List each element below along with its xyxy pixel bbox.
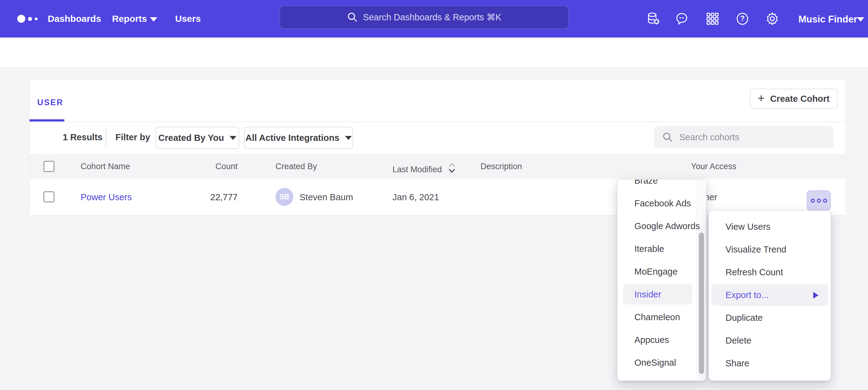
- select-all-checkbox[interactable]: [43, 161, 55, 172]
- menu-item-export-to[interactable]: Export to...: [709, 284, 831, 306]
- help-icon[interactable]: ?: [735, 11, 750, 26]
- logo-dot: [28, 17, 32, 21]
- cohort-search: [654, 126, 833, 148]
- nav-dashboards[interactable]: Dashboards: [48, 14, 101, 23]
- export-destination-list: Braze Facebook Ads Google Adwords Iterab…: [617, 179, 696, 374]
- menu-item-chameleon[interactable]: Chameleon: [617, 306, 696, 328]
- export-destination-menu: Braze Facebook Ads Google Adwords Iterab…: [617, 179, 706, 381]
- column-count: Count: [185, 162, 238, 171]
- global-search-placeholder: Search Dashboards & Reports ⌘K: [363, 12, 501, 23]
- secondary-tab-bar: Lexicon Data Audit Live View Cohorts Int…: [0, 37, 868, 68]
- data-management-icon[interactable]: [646, 11, 661, 26]
- menu-item-share[interactable]: Share: [709, 352, 831, 375]
- table-row: Power Users 22,777 SB Steven Baum Jan 6,…: [30, 179, 845, 215]
- feedback-icon[interactable]: [674, 11, 689, 26]
- apps-grid-icon[interactable]: [705, 11, 720, 26]
- menu-item-braze[interactable]: Braze: [617, 179, 696, 192]
- search-icon: [662, 132, 673, 143]
- column-description: Description: [480, 162, 522, 171]
- logo-dot: [17, 15, 25, 23]
- filter-by-label: Filter by: [116, 132, 150, 142]
- avatar: SB: [276, 188, 293, 206]
- chevron-down-icon: [150, 17, 157, 22]
- cohort-actions-menu: View Users Visualize Trend Refresh Count…: [709, 210, 831, 381]
- column-created-by: Created By: [276, 162, 317, 171]
- table-header: Cohort Name Count Created By Last Modifi…: [30, 154, 845, 179]
- plus-icon: +: [758, 92, 765, 104]
- tab-user-cohorts[interactable]: USER: [37, 98, 63, 107]
- cohort-count: 22,777: [185, 193, 238, 202]
- top-navigation-bar: Dashboards Reports Users Search Dashboar…: [0, 0, 868, 37]
- menu-item-refresh-count[interactable]: Refresh Count: [709, 261, 831, 284]
- menu-item-google-adwords[interactable]: Google Adwords: [617, 215, 696, 237]
- search-icon: [347, 12, 358, 23]
- menu-item-facebook-ads[interactable]: Facebook Ads: [617, 192, 696, 215]
- menu-item-insider[interactable]: Insider: [617, 283, 696, 306]
- menu-item-appcues[interactable]: Appcues: [617, 328, 696, 351]
- menu-item-view-users[interactable]: View Users: [709, 215, 831, 238]
- created-by-filter-dropdown[interactable]: Created By You: [155, 127, 239, 149]
- dot-icon: [817, 199, 821, 203]
- chevron-down-icon: [229, 136, 237, 140]
- sort-icon: [448, 162, 456, 174]
- created-by-name: Steven Baum: [300, 193, 353, 202]
- dot-icon: [823, 199, 827, 203]
- nav-users[interactable]: Users: [175, 14, 201, 23]
- chevron-down-icon: [857, 17, 864, 22]
- menu-item-visualize-trend[interactable]: Visualize Trend: [709, 238, 831, 261]
- nav-reports[interactable]: Reports: [112, 14, 147, 23]
- column-cohort-name: Cohort Name: [81, 162, 130, 171]
- divider: [30, 122, 846, 122]
- create-cohort-button[interactable]: + Create Cohort: [750, 89, 838, 109]
- project-switcher[interactable]: Music Finder: [799, 14, 857, 25]
- results-count: 1 Results: [63, 132, 102, 142]
- last-modified-date: Jan 6, 2021: [393, 193, 439, 202]
- logo-dot: [35, 18, 37, 20]
- dot-icon: [811, 199, 815, 203]
- menu-item-onesignal[interactable]: OneSignal: [617, 351, 696, 374]
- menu-item-duplicate[interactable]: Duplicate: [709, 306, 831, 329]
- scrollbar-thumb[interactable]: [699, 232, 704, 374]
- cohort-name-link[interactable]: Power Users: [81, 193, 132, 202]
- divider: [105, 129, 106, 146]
- integrations-filter-dropdown[interactable]: All Active Integrations: [244, 127, 353, 149]
- row-checkbox[interactable]: [43, 191, 55, 202]
- menu-item-iterable[interactable]: Iterable: [617, 237, 696, 260]
- svg-text:?: ?: [740, 14, 745, 23]
- column-last-modified[interactable]: Last Modified: [393, 162, 456, 174]
- menu-item-moengage[interactable]: MoEngage: [617, 260, 696, 283]
- column-your-access: Your Access: [691, 162, 737, 171]
- cohorts-panel: USER + Create Cohort 1 Results Filter by…: [29, 79, 846, 215]
- cohort-search-input[interactable]: [679, 132, 814, 143]
- menu-item-delete[interactable]: Delete: [709, 329, 831, 352]
- chevron-down-icon: [345, 136, 352, 140]
- mixpanel-logo-icon[interactable]: [17, 15, 37, 23]
- settings-icon[interactable]: [765, 11, 780, 26]
- global-search[interactable]: Search Dashboards & Reports ⌘K: [279, 5, 569, 29]
- row-actions-button[interactable]: [807, 190, 831, 211]
